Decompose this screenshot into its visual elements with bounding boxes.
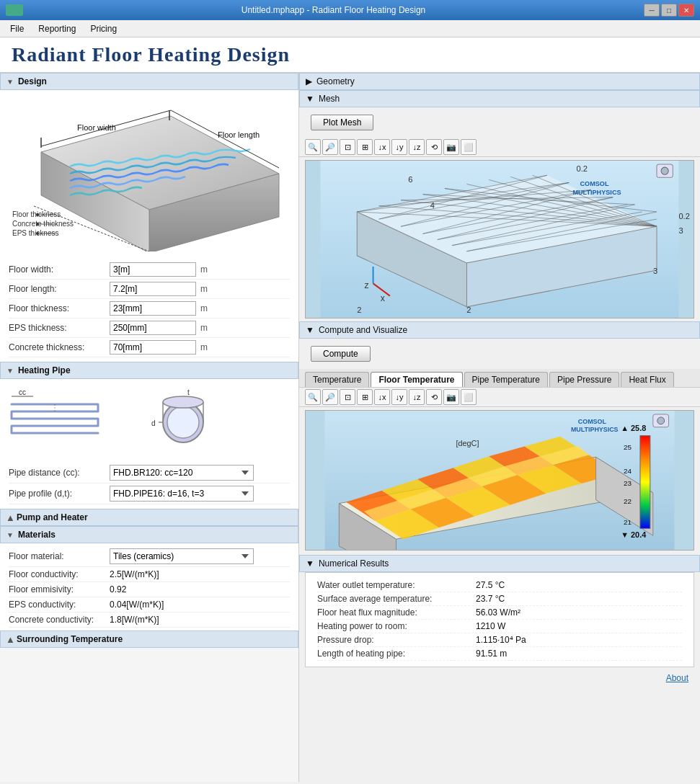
num-label-1: Surface average temperature: xyxy=(317,594,476,604)
mesh-section-header[interactable]: ▼ Mesh xyxy=(299,90,700,107)
surrounding-temp-title: Surrounding Temperature xyxy=(17,634,123,644)
surrounding-temp-section-header[interactable]: ▶ Surrounding Temperature xyxy=(0,631,298,648)
grid-button[interactable]: ⊞ xyxy=(357,139,373,155)
floor-material-select[interactable]: Tiles (ceramics) Wood Concrete xyxy=(110,548,254,564)
concrete-thickness-input[interactable] xyxy=(110,340,196,355)
surrounding-temp-arrow: ▶ xyxy=(6,636,14,642)
menu-bar: File Reporting Pricing xyxy=(0,20,700,37)
materials-form: Floor material: Tiles (ceramics) Wood Co… xyxy=(0,543,298,631)
export-z-button[interactable]: ↓z xyxy=(409,139,425,155)
materials-section-header[interactable]: ▼ Materials xyxy=(0,526,298,543)
heat-fit-button[interactable]: ⊡ xyxy=(340,389,355,405)
maximize-button[interactable]: □ xyxy=(661,4,677,17)
close-button[interactable]: ✕ xyxy=(678,4,694,17)
floor-width-row: Floor width: m xyxy=(9,260,290,280)
floor-width-input[interactable] xyxy=(110,262,196,277)
pump-heater-section-header[interactable]: ▶ Pump and Heater xyxy=(0,509,298,526)
svg-text:Floor width: Floor width xyxy=(77,123,116,132)
heat-grid-button[interactable]: ⊞ xyxy=(357,389,373,405)
heat-zoom-out-button[interactable]: 🔎 xyxy=(322,389,338,405)
floor-conductivity-row: Floor conductivity: 2.5[W/(m*K)] xyxy=(9,567,290,582)
eps-thickness-unit: m xyxy=(200,323,208,333)
minimize-button[interactable]: ─ xyxy=(644,4,660,17)
tab-pipe-temperature[interactable]: Pipe Temperature xyxy=(464,372,549,387)
floor-thickness-input[interactable] xyxy=(110,301,196,316)
svg-text:▼ 20.4: ▼ 20.4 xyxy=(621,530,646,539)
num-row-0: Water outlet temperature: 27.5 °C xyxy=(317,579,682,592)
svg-point-112 xyxy=(657,417,665,424)
svg-text:cc: cc xyxy=(19,388,26,396)
plot-mesh-area: Plot Mesh xyxy=(299,107,700,138)
svg-text:0.2: 0.2 xyxy=(576,164,588,173)
heat-zoom-in-button[interactable]: 🔍 xyxy=(305,389,321,405)
heat-reset-button[interactable]: ⟲ xyxy=(426,389,442,405)
pipe-distance-row: Pipe distance (cc): FHD.BR120: cc=120 FH… xyxy=(9,463,290,484)
svg-text:COMSOL: COMSOL xyxy=(578,418,607,425)
num-value-4: 1.115·10⁴ Pa xyxy=(476,635,526,645)
floor-thickness-row: Floor thickness: m xyxy=(9,299,290,318)
heat-snapshot-button[interactable]: 📷 xyxy=(443,389,459,405)
eps-thickness-input[interactable] xyxy=(110,321,196,335)
heat-export-z-button[interactable]: ↓z xyxy=(409,389,425,405)
pipe-profile-row: Pipe profile (d,t): FHD.PIPE16: d=16, t=… xyxy=(9,484,290,504)
reset-view-button[interactable]: ⟲ xyxy=(426,139,442,155)
eps-thickness-label: EPS thickness: xyxy=(9,323,110,333)
menu-file[interactable]: File xyxy=(3,22,31,35)
floor-material-label: Floor material: xyxy=(9,551,110,561)
geometry-section-header[interactable]: ▶ Geometry xyxy=(299,73,700,90)
export-y-button[interactable]: ↓y xyxy=(391,139,407,155)
floor-emmisivity-label: Floor emmisivity: xyxy=(9,584,110,594)
tab-temperature[interactable]: Temperature xyxy=(305,372,369,387)
num-row-3: Heating power to room: 1210 W xyxy=(317,620,682,633)
svg-point-15 xyxy=(36,232,39,235)
svg-point-14 xyxy=(36,223,39,226)
snapshot-button[interactable]: 📷 xyxy=(443,139,459,155)
pipe-profile-select[interactable]: FHD.PIPE16: d=16, t=3 FHD.PIPE20: d=20, … xyxy=(110,486,254,502)
zoom-in-button[interactable]: 🔍 xyxy=(305,139,321,155)
tab-pipe-pressure[interactable]: Pipe Pressure xyxy=(549,372,619,387)
plot-mesh-button[interactable]: Plot Mesh xyxy=(311,115,373,130)
tab-heat-flux[interactable]: Heat Flux xyxy=(621,372,673,387)
svg-text:2: 2 xyxy=(357,306,361,314)
zoom-out-button[interactable]: 🔎 xyxy=(322,139,338,155)
main-layout: ▼ Design xyxy=(0,73,700,782)
concrete-conductivity-row: Concrete conductivity: 1.8[W/(m*K)] xyxy=(9,612,290,628)
svg-text:6: 6 xyxy=(408,175,412,184)
svg-text:4: 4 xyxy=(430,201,435,210)
fit-button[interactable]: ⊡ xyxy=(340,139,355,155)
heat-export-y-button[interactable]: ↓y xyxy=(391,389,407,405)
svg-point-28 xyxy=(163,396,203,408)
menu-pricing[interactable]: Pricing xyxy=(83,22,124,35)
svg-text:0.2: 0.2 xyxy=(678,212,690,220)
numerical-results-header[interactable]: ▼ Numerical Results xyxy=(299,555,700,572)
heat-toolbar: 🔍 🔎 ⊡ ⊞ ↓x ↓y ↓z ⟲ 📷 ⬜ xyxy=(299,388,700,407)
eps-thickness-row: EPS thickness: m xyxy=(9,318,290,338)
num-value-5: 91.51 m xyxy=(476,649,507,659)
heating-pipe-section-header[interactable]: ▼ Heating Pipe xyxy=(0,362,298,379)
concrete-thickness-row: Concrete thickness: m xyxy=(9,338,290,357)
heat-export-x-button[interactable]: ↓x xyxy=(374,389,390,405)
pump-heater-arrow: ▶ xyxy=(6,514,14,520)
copy-button[interactable]: ⬜ xyxy=(461,139,477,155)
eps-conductivity-value: 0.04[W/(m*K)] xyxy=(110,600,164,610)
materials-arrow: ▼ xyxy=(6,531,14,539)
heat-copy-button[interactable]: ⬜ xyxy=(461,389,477,405)
eps-conductivity-label: EPS conductivity: xyxy=(9,600,110,610)
app-icon xyxy=(6,4,23,16)
compute-section-header[interactable]: ▼ Compute and Visualize xyxy=(299,321,700,339)
num-label-5: Length of heating pipe: xyxy=(317,649,476,659)
pipe-form: Pipe distance (cc): FHD.BR120: cc=120 FH… xyxy=(0,458,298,509)
design-section-header[interactable]: ▼ Design xyxy=(0,73,298,90)
about-link[interactable]: About xyxy=(299,667,700,689)
floor-thickness-unit: m xyxy=(200,303,208,313)
floor-length-input[interactable] xyxy=(110,282,196,296)
num-label-0: Water outlet temperature: xyxy=(317,580,476,590)
svg-text:COMSOL: COMSOL xyxy=(580,180,609,187)
compute-section-title: Compute and Visualize xyxy=(319,325,407,335)
svg-text:MULTIPHYSICS: MULTIPHYSICS xyxy=(572,189,621,196)
pipe-distance-select[interactable]: FHD.BR120: cc=120 FHD.BR150: cc=150 FHD.… xyxy=(110,465,254,481)
export-x-button[interactable]: ↓x xyxy=(374,139,390,155)
compute-button[interactable]: Compute xyxy=(311,346,371,362)
tab-floor-temperature[interactable]: Floor Temperature xyxy=(371,372,462,387)
menu-reporting[interactable]: Reporting xyxy=(31,22,83,35)
